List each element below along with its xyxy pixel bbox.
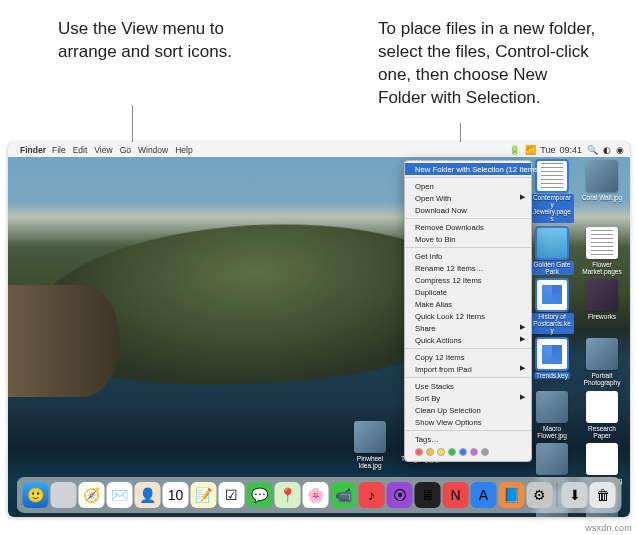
dock-app-finder[interactable]: 🙂 <box>23 482 49 508</box>
desktop-icon-label: Contemporary Jewelry.pages <box>530 194 574 223</box>
menubar-item-window[interactable]: Window <box>138 145 168 155</box>
callouts: Use the View menu to arrange and sort ic… <box>0 0 638 120</box>
context-menu-item[interactable]: Rename 12 Items… <box>405 262 531 274</box>
menubar-item-view[interactable]: View <box>94 145 112 155</box>
file-thumb-icon <box>586 338 618 370</box>
dock: 🙂🧭✉️👤10📝☑︎💬📍🌸📹♪⦿🖥NA📘⚙︎⬇︎🗑 <box>17 477 622 513</box>
dock-app-safari[interactable]: 🧭 <box>79 482 105 508</box>
menubar-item-go[interactable]: Go <box>120 145 131 155</box>
context-menu-item[interactable]: Compress 12 Items <box>405 274 531 286</box>
tag-color-dot[interactable] <box>459 448 467 456</box>
context-menu-item[interactable]: Download Now <box>405 204 531 216</box>
dock-app-photos[interactable]: 🌸 <box>303 482 329 508</box>
desktop-icon[interactable]: Fireworks <box>580 279 624 334</box>
menubar-item-edit[interactable]: Edit <box>73 145 88 155</box>
dock-app-news[interactable]: N <box>443 482 469 508</box>
desktop-icon-label: Pinwheel Idea.jpg <box>348 455 392 469</box>
desktop-icon[interactable]: Golden Gate Park <box>530 227 574 275</box>
context-menu-item[interactable]: Import from iPad▶ <box>405 363 531 375</box>
callout-right: To place files in a new folder, select t… <box>378 18 598 110</box>
desktop-icon[interactable]: Research Paper <box>580 391 624 439</box>
menubar-item-file[interactable]: File <box>52 145 66 155</box>
siri-icon[interactable]: ◉ <box>616 145 624 155</box>
desktop: Finder FileEditViewGoWindowHelp 🔋 📶 Tue … <box>8 142 630 517</box>
dock-app-books[interactable]: 📘 <box>499 482 525 508</box>
tag-color-dot[interactable] <box>448 448 456 456</box>
tag-color-dot[interactable] <box>415 448 423 456</box>
context-menu-item[interactable]: Share▶ <box>405 322 531 334</box>
context-menu-item[interactable]: Sort By▶ <box>405 392 531 404</box>
tag-color-dot[interactable] <box>481 448 489 456</box>
context-menu-item[interactable]: Show View Options <box>405 416 531 428</box>
tag-color-dot[interactable] <box>437 448 445 456</box>
context-menu-item[interactable]: Quick Actions▶ <box>405 334 531 346</box>
desktop-icon[interactable]: History of Postcards.key <box>530 279 574 334</box>
dock-downloads[interactable]: ⬇︎ <box>562 482 588 508</box>
dock-app-tv[interactable]: 🖥 <box>415 482 441 508</box>
tag-color-dot[interactable] <box>470 448 478 456</box>
submenu-arrow-icon: ▶ <box>520 393 525 401</box>
dock-app-messages[interactable]: 💬 <box>247 482 273 508</box>
dock-app-facetime[interactable]: 📹 <box>331 482 357 508</box>
dock-app-reminders[interactable]: ☑︎ <box>219 482 245 508</box>
context-menu-item[interactable]: Copy 12 Items <box>405 351 531 363</box>
dock-app-mail[interactable]: ✉️ <box>107 482 133 508</box>
context-menu-item[interactable]: Clean Up Selection <box>405 404 531 416</box>
dock-app-maps[interactable]: 📍 <box>275 482 301 508</box>
wallpaper-cliff <box>8 285 120 398</box>
context-menu-item[interactable]: Remove Downloads <box>405 221 531 233</box>
dock-app-preferences[interactable]: ⚙︎ <box>527 482 553 508</box>
callout-left: Use the View menu to arrange and sort ic… <box>58 18 258 110</box>
tag-color-dot[interactable] <box>426 448 434 456</box>
dock-app-music[interactable]: ♪ <box>359 482 385 508</box>
desktop-icon[interactable]: Flower Market.pages <box>580 227 624 275</box>
watermark: wsxdn.com <box>585 523 632 533</box>
desktop-icon-label: Golden Gate Park <box>530 261 574 275</box>
desktop-icon[interactable]: Coral Wall.jpg <box>580 160 624 223</box>
context-menu-item[interactable]: New Folder with Selection (12 Items) <box>405 163 531 175</box>
dock-app-podcasts[interactable]: ⦿ <box>387 482 413 508</box>
dock-trash[interactable]: 🗑 <box>590 482 616 508</box>
battery-icon[interactable]: 🔋 <box>509 145 520 155</box>
dock-app-calendar[interactable]: 10 <box>163 482 189 508</box>
desktop-icon[interactable]: Trends.key <box>530 338 574 386</box>
control-center-icon[interactable]: ◐ <box>603 145 611 155</box>
pointer-line <box>132 105 133 143</box>
file-thumb-icon <box>586 443 618 475</box>
desktop-icon[interactable]: Pinwheel Idea.jpg <box>348 421 392 469</box>
desktop-icon-label: Fireworks <box>588 313 616 320</box>
context-menu-item[interactable]: Tags… <box>405 433 531 445</box>
desktop-icon[interactable]: Portrait Photography <box>580 338 624 386</box>
spotlight-icon[interactable]: 🔍 <box>587 145 598 155</box>
context-menu-item[interactable]: Open <box>405 180 531 192</box>
desktop-icon-label: Trends.key <box>534 372 570 379</box>
dock-app-launchpad[interactable] <box>51 482 77 508</box>
menubar-app-name[interactable]: Finder <box>20 145 46 155</box>
menubar-time[interactable]: 09:41 <box>559 145 582 155</box>
menubar: Finder FileEditViewGoWindowHelp 🔋 📶 Tue … <box>8 142 630 157</box>
context-menu-item[interactable]: Duplicate <box>405 286 531 298</box>
file-thumb-icon <box>536 391 568 423</box>
context-menu: New Folder with Selection (12 Items)Open… <box>404 160 532 462</box>
menubar-item-help[interactable]: Help <box>175 145 192 155</box>
context-menu-item[interactable]: Open With▶ <box>405 192 531 204</box>
dock-app-notes[interactable]: 📝 <box>191 482 217 508</box>
submenu-arrow-icon: ▶ <box>520 335 525 343</box>
context-menu-item[interactable]: Move to Bin <box>405 233 531 245</box>
desktop-icon-label: Portrait Photography <box>580 372 624 386</box>
file-thumb-icon <box>536 227 568 259</box>
context-menu-item[interactable]: Use Stacks <box>405 380 531 392</box>
menubar-day[interactable]: Tue <box>540 145 555 155</box>
dock-separator <box>557 483 558 507</box>
desktop-icon[interactable]: Macro Flower.jpg <box>530 391 574 439</box>
dock-app-contacts[interactable]: 👤 <box>135 482 161 508</box>
context-menu-item[interactable]: Quick Look 12 Items <box>405 310 531 322</box>
wifi-icon[interactable]: 📶 <box>525 145 536 155</box>
context-menu-item[interactable]: Get Info <box>405 250 531 262</box>
file-thumb-icon <box>536 443 568 475</box>
context-menu-item[interactable]: Make Alias <box>405 298 531 310</box>
dock-app-appstore[interactable]: A <box>471 482 497 508</box>
submenu-arrow-icon: ▶ <box>520 364 525 372</box>
file-thumb-icon <box>354 421 386 453</box>
file-thumb-icon <box>536 338 568 370</box>
